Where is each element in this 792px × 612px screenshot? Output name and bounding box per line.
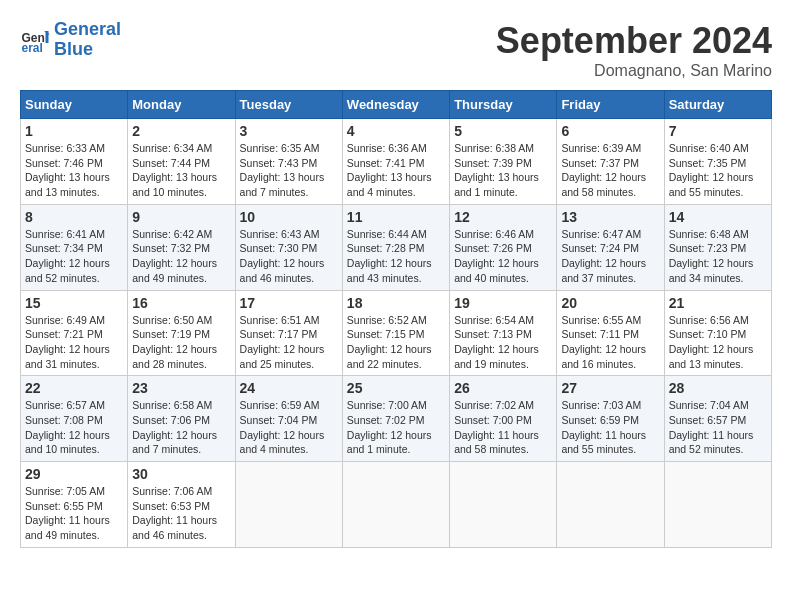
calendar-cell: 6Sunrise: 6:39 AM Sunset: 7:37 PM Daylig…	[557, 119, 664, 205]
day-info: Sunrise: 6:36 AM Sunset: 7:41 PM Dayligh…	[347, 141, 445, 200]
day-info: Sunrise: 6:47 AM Sunset: 7:24 PM Dayligh…	[561, 227, 659, 286]
calendar-cell: 27Sunrise: 7:03 AM Sunset: 6:59 PM Dayli…	[557, 376, 664, 462]
day-number: 24	[240, 380, 338, 396]
day-number: 17	[240, 295, 338, 311]
day-number: 21	[669, 295, 767, 311]
month-title: September 2024	[496, 20, 772, 62]
day-number: 15	[25, 295, 123, 311]
day-number: 16	[132, 295, 230, 311]
calendar-cell	[235, 462, 342, 548]
calendar-cell: 30Sunrise: 7:06 AM Sunset: 6:53 PM Dayli…	[128, 462, 235, 548]
day-info: Sunrise: 7:00 AM Sunset: 7:02 PM Dayligh…	[347, 398, 445, 457]
day-number: 13	[561, 209, 659, 225]
day-info: Sunrise: 6:48 AM Sunset: 7:23 PM Dayligh…	[669, 227, 767, 286]
calendar-week-4: 22Sunrise: 6:57 AM Sunset: 7:08 PM Dayli…	[21, 376, 772, 462]
day-info: Sunrise: 6:40 AM Sunset: 7:35 PM Dayligh…	[669, 141, 767, 200]
calendar-table: SundayMondayTuesdayWednesdayThursdayFrid…	[20, 90, 772, 548]
day-info: Sunrise: 7:03 AM Sunset: 6:59 PM Dayligh…	[561, 398, 659, 457]
calendar-cell: 25Sunrise: 7:00 AM Sunset: 7:02 PM Dayli…	[342, 376, 449, 462]
page-header: Gen eral General Blue September 2024 Dom…	[20, 20, 772, 80]
calendar-cell: 23Sunrise: 6:58 AM Sunset: 7:06 PM Dayli…	[128, 376, 235, 462]
weekday-header-row: SundayMondayTuesdayWednesdayThursdayFrid…	[21, 91, 772, 119]
day-info: Sunrise: 6:35 AM Sunset: 7:43 PM Dayligh…	[240, 141, 338, 200]
calendar-cell: 7Sunrise: 6:40 AM Sunset: 7:35 PM Daylig…	[664, 119, 771, 205]
day-info: Sunrise: 6:55 AM Sunset: 7:11 PM Dayligh…	[561, 313, 659, 372]
day-number: 30	[132, 466, 230, 482]
day-number: 12	[454, 209, 552, 225]
location-subtitle: Domagnano, San Marino	[496, 62, 772, 80]
logo-text-line1: General	[54, 20, 121, 40]
calendar-week-2: 8Sunrise: 6:41 AM Sunset: 7:34 PM Daylig…	[21, 204, 772, 290]
calendar-week-1: 1Sunrise: 6:33 AM Sunset: 7:46 PM Daylig…	[21, 119, 772, 205]
day-number: 2	[132, 123, 230, 139]
day-number: 22	[25, 380, 123, 396]
day-info: Sunrise: 6:34 AM Sunset: 7:44 PM Dayligh…	[132, 141, 230, 200]
day-number: 8	[25, 209, 123, 225]
calendar-cell	[342, 462, 449, 548]
calendar-cell: 9Sunrise: 6:42 AM Sunset: 7:32 PM Daylig…	[128, 204, 235, 290]
day-number: 19	[454, 295, 552, 311]
calendar-cell: 24Sunrise: 6:59 AM Sunset: 7:04 PM Dayli…	[235, 376, 342, 462]
calendar-body: 1Sunrise: 6:33 AM Sunset: 7:46 PM Daylig…	[21, 119, 772, 548]
day-info: Sunrise: 6:50 AM Sunset: 7:19 PM Dayligh…	[132, 313, 230, 372]
day-info: Sunrise: 7:02 AM Sunset: 7:00 PM Dayligh…	[454, 398, 552, 457]
calendar-cell: 5Sunrise: 6:38 AM Sunset: 7:39 PM Daylig…	[450, 119, 557, 205]
calendar-cell: 17Sunrise: 6:51 AM Sunset: 7:17 PM Dayli…	[235, 290, 342, 376]
calendar-cell: 2Sunrise: 6:34 AM Sunset: 7:44 PM Daylig…	[128, 119, 235, 205]
day-info: Sunrise: 6:54 AM Sunset: 7:13 PM Dayligh…	[454, 313, 552, 372]
day-info: Sunrise: 6:52 AM Sunset: 7:15 PM Dayligh…	[347, 313, 445, 372]
calendar-cell: 1Sunrise: 6:33 AM Sunset: 7:46 PM Daylig…	[21, 119, 128, 205]
calendar-cell	[557, 462, 664, 548]
title-block: September 2024 Domagnano, San Marino	[496, 20, 772, 80]
day-number: 18	[347, 295, 445, 311]
calendar-week-3: 15Sunrise: 6:49 AM Sunset: 7:21 PM Dayli…	[21, 290, 772, 376]
day-number: 10	[240, 209, 338, 225]
day-number: 5	[454, 123, 552, 139]
day-number: 27	[561, 380, 659, 396]
day-info: Sunrise: 6:41 AM Sunset: 7:34 PM Dayligh…	[25, 227, 123, 286]
day-info: Sunrise: 6:44 AM Sunset: 7:28 PM Dayligh…	[347, 227, 445, 286]
weekday-header-monday: Monday	[128, 91, 235, 119]
day-number: 28	[669, 380, 767, 396]
day-info: Sunrise: 6:59 AM Sunset: 7:04 PM Dayligh…	[240, 398, 338, 457]
day-info: Sunrise: 6:42 AM Sunset: 7:32 PM Dayligh…	[132, 227, 230, 286]
day-number: 20	[561, 295, 659, 311]
calendar-cell: 8Sunrise: 6:41 AM Sunset: 7:34 PM Daylig…	[21, 204, 128, 290]
day-info: Sunrise: 6:49 AM Sunset: 7:21 PM Dayligh…	[25, 313, 123, 372]
calendar-cell: 28Sunrise: 7:04 AM Sunset: 6:57 PM Dayli…	[664, 376, 771, 462]
svg-rect-3	[46, 31, 49, 43]
calendar-cell: 19Sunrise: 6:54 AM Sunset: 7:13 PM Dayli…	[450, 290, 557, 376]
day-number: 11	[347, 209, 445, 225]
day-info: Sunrise: 6:39 AM Sunset: 7:37 PM Dayligh…	[561, 141, 659, 200]
day-info: Sunrise: 7:04 AM Sunset: 6:57 PM Dayligh…	[669, 398, 767, 457]
day-info: Sunrise: 6:38 AM Sunset: 7:39 PM Dayligh…	[454, 141, 552, 200]
day-number: 26	[454, 380, 552, 396]
weekday-header-sunday: Sunday	[21, 91, 128, 119]
weekday-header-tuesday: Tuesday	[235, 91, 342, 119]
calendar-cell: 22Sunrise: 6:57 AM Sunset: 7:08 PM Dayli…	[21, 376, 128, 462]
day-number: 1	[25, 123, 123, 139]
weekday-header-saturday: Saturday	[664, 91, 771, 119]
calendar-cell: 29Sunrise: 7:05 AM Sunset: 6:55 PM Dayli…	[21, 462, 128, 548]
calendar-cell: 18Sunrise: 6:52 AM Sunset: 7:15 PM Dayli…	[342, 290, 449, 376]
day-number: 9	[132, 209, 230, 225]
day-number: 14	[669, 209, 767, 225]
calendar-cell: 15Sunrise: 6:49 AM Sunset: 7:21 PM Dayli…	[21, 290, 128, 376]
calendar-cell: 13Sunrise: 6:47 AM Sunset: 7:24 PM Dayli…	[557, 204, 664, 290]
day-number: 7	[669, 123, 767, 139]
day-info: Sunrise: 6:57 AM Sunset: 7:08 PM Dayligh…	[25, 398, 123, 457]
calendar-cell	[664, 462, 771, 548]
logo-icon: Gen eral	[20, 25, 50, 55]
calendar-cell: 20Sunrise: 6:55 AM Sunset: 7:11 PM Dayli…	[557, 290, 664, 376]
weekday-header-friday: Friday	[557, 91, 664, 119]
calendar-cell: 11Sunrise: 6:44 AM Sunset: 7:28 PM Dayli…	[342, 204, 449, 290]
calendar-cell: 16Sunrise: 6:50 AM Sunset: 7:19 PM Dayli…	[128, 290, 235, 376]
calendar-cell	[450, 462, 557, 548]
day-number: 6	[561, 123, 659, 139]
logo-text-line2: Blue	[54, 40, 121, 60]
calendar-cell: 21Sunrise: 6:56 AM Sunset: 7:10 PM Dayli…	[664, 290, 771, 376]
calendar-cell: 26Sunrise: 7:02 AM Sunset: 7:00 PM Dayli…	[450, 376, 557, 462]
calendar-cell: 3Sunrise: 6:35 AM Sunset: 7:43 PM Daylig…	[235, 119, 342, 205]
day-number: 29	[25, 466, 123, 482]
day-info: Sunrise: 6:43 AM Sunset: 7:30 PM Dayligh…	[240, 227, 338, 286]
